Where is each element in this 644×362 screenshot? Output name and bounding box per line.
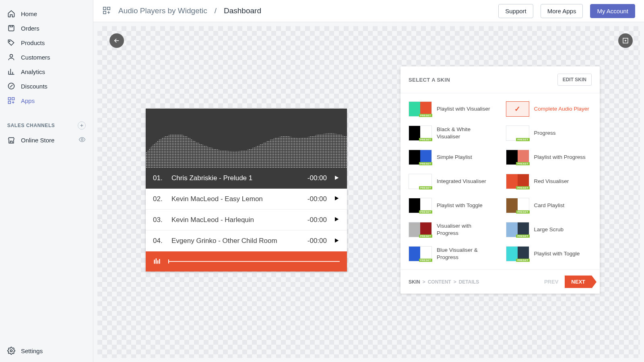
gear-icon — [7, 347, 15, 355]
track-title: Evgeny Grinko - Other Child Room — [171, 237, 301, 245]
skin-label: Large Scrub — [534, 226, 564, 233]
step-details[interactable]: DETAILS — [459, 279, 479, 285]
svg-rect-5 — [12, 98, 14, 100]
skin-panel: SELECT A SKIN EDIT SKIN PRESET Playlist … — [400, 66, 600, 294]
nav-analytics[interactable]: Analytics — [0, 64, 93, 79]
breadcrumb-app[interactable]: Audio Players by Widgetic — [118, 6, 207, 15]
equalizer-icon — [153, 257, 161, 266]
preset-badge: PRESET — [419, 138, 432, 141]
nav-customers[interactable]: Customers — [0, 50, 93, 64]
main-nav: Home Orders Products Customers Analytics… — [0, 0, 93, 114]
apps-icon — [7, 97, 15, 105]
preset-badge: PRESET — [516, 162, 529, 165]
nav-discounts[interactable]: Discounts — [0, 79, 93, 93]
skin-label: Playlist with Toggle — [437, 202, 483, 209]
skin-option[interactable]: PRESET Progress — [506, 125, 592, 141]
skin-label: Blue Visualiser & Progress — [437, 247, 495, 261]
preset-badge: PRESET — [419, 234, 432, 238]
my-account-button[interactable]: My Account — [590, 4, 635, 18]
track-row[interactable]: 03. Kevin MacLeod - Harlequin -00:00 — [146, 210, 347, 230]
svg-point-2 — [10, 54, 13, 57]
play-icon[interactable] — [333, 175, 340, 182]
nav-orders[interactable]: Orders — [0, 21, 93, 35]
svg-rect-11 — [103, 11, 106, 13]
skin-option[interactable]: PRESET Card Playlist — [506, 198, 592, 213]
skin-option[interactable]: PRESET Black & White Visualiser — [409, 125, 495, 141]
svg-rect-16 — [157, 260, 159, 263]
nav-apps[interactable]: Apps — [0, 93, 93, 108]
nav-label: Products — [21, 39, 45, 46]
preset-badge: PRESET — [516, 138, 529, 141]
orders-icon — [7, 24, 15, 32]
preset-badge: PRESET — [419, 259, 432, 262]
skin-option[interactable]: PRESET Blue Visualiser & Progress — [409, 246, 495, 261]
arrow-left-icon — [113, 37, 120, 44]
nav-label: Analytics — [21, 68, 45, 75]
skin-option[interactable]: PRESET Playlist with Progress — [506, 150, 592, 165]
play-icon[interactable] — [333, 237, 340, 245]
next-button[interactable]: NEXT — [565, 276, 592, 288]
nav-products[interactable]: Products — [0, 35, 93, 50]
track-row[interactable]: 01. Chris Zabriskie - Prelude 1 -00:00 — [146, 168, 347, 189]
breadcrumb-page: Dashboard — [224, 6, 261, 15]
audio-player-preview: 01. Chris Zabriskie - Prelude 1 -00:00 0… — [146, 109, 347, 272]
skin-label: Playlist with Visualiser — [437, 105, 490, 113]
skin-label: Visualiser with Progress — [437, 222, 495, 237]
wizard-steps: SKIN > CONTENT > DETAILS — [409, 279, 479, 285]
play-icon[interactable] — [333, 216, 340, 224]
sidebar: Home Orders Products Customers Analytics… — [0, 0, 93, 362]
svg-rect-14 — [154, 259, 155, 263]
step-skin[interactable]: SKIN — [409, 279, 420, 285]
back-button[interactable] — [109, 33, 124, 48]
preset-badge: PRESET — [419, 162, 432, 165]
more-apps-button[interactable]: More Apps — [541, 4, 583, 18]
skin-option[interactable]: PRESET Red Visualiser — [506, 174, 592, 189]
nav-label: Customers — [21, 54, 50, 61]
skins-grid: PRESET Playlist with Visualiser Complete… — [400, 93, 600, 269]
skin-label: Card Playlist — [534, 202, 565, 209]
svg-rect-9 — [103, 7, 106, 9]
nav-label: Discounts — [21, 83, 47, 90]
track-time: -00:00 — [308, 216, 327, 224]
skin-option[interactable]: PRESET Visualiser with Progress — [409, 222, 495, 237]
panel-header: SELECT A SKIN EDIT SKIN — [400, 66, 600, 93]
editor-canvas: 01. Chris Zabriskie - Prelude 1 -00:00 0… — [93, 22, 644, 362]
sales-channels-header: SALES CHANNELS — [0, 114, 93, 133]
step-content[interactable]: CONTENT — [428, 279, 451, 285]
skin-option-selected[interactable]: Complete Audio Player — [506, 101, 592, 117]
nav-settings[interactable]: Settings — [0, 339, 93, 362]
progress-rail[interactable] — [168, 261, 340, 262]
topbar: Audio Players by Widgetic / Dashboard Su… — [93, 0, 644, 22]
support-button[interactable]: Support — [498, 4, 533, 18]
progress-bar[interactable] — [146, 251, 347, 272]
track-row[interactable]: 02. Kevin MacLeod - Easy Lemon -00:00 — [146, 189, 347, 210]
skin-label: Simple Playlist — [437, 154, 472, 161]
nav-label: Orders — [21, 25, 39, 32]
skin-option[interactable]: PRESET Integrated Visualiser — [409, 174, 495, 189]
analytics-icon — [7, 68, 15, 76]
store-icon — [7, 136, 15, 144]
edit-skin-button[interactable]: EDIT SKIN — [557, 74, 592, 86]
track-row[interactable]: 04. Evgeny Grinko - Other Child Room -00… — [146, 230, 347, 251]
breadcrumb-separator: / — [215, 6, 217, 15]
skin-option[interactable]: PRESET Playlist with Toggle — [409, 198, 495, 213]
fit-to-screen-button[interactable] — [618, 33, 633, 48]
skin-option[interactable]: PRESET Large Scrub — [506, 222, 592, 237]
play-icon[interactable] — [333, 195, 340, 203]
skin-option[interactable]: PRESET Playlist with Visualiser — [409, 101, 495, 117]
nav-home[interactable]: Home — [0, 6, 93, 21]
home-icon — [7, 10, 15, 18]
sales-channel-online-store[interactable]: Online Store — [0, 133, 93, 148]
skin-label: Playlist with Progress — [534, 154, 586, 161]
user-icon — [7, 53, 15, 61]
skin-option[interactable]: PRESET Simple Playlist — [409, 150, 495, 165]
apps-breadcrumb-icon — [102, 6, 111, 16]
fit-icon — [622, 37, 629, 44]
preset-badge: PRESET — [516, 259, 529, 262]
add-channel-icon[interactable] — [78, 121, 86, 130]
channel-label: Online Store — [21, 137, 54, 144]
view-store-icon[interactable] — [78, 136, 86, 144]
track-title: Kevin MacLeod - Easy Lemon — [171, 195, 301, 203]
skin-option[interactable]: PRESET Playlist with Toggle — [506, 246, 592, 261]
track-title: Chris Zabriskie - Prelude 1 — [171, 174, 301, 182]
